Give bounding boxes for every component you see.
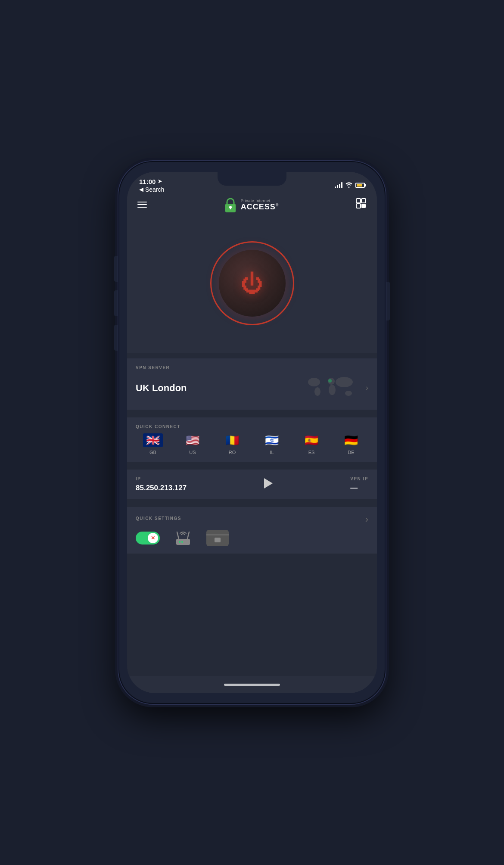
menu-button[interactable] <box>137 202 147 208</box>
phone-device: 11:00 ➤ ◀ Search <box>118 161 386 704</box>
flag-de-label: DE <box>348 450 354 455</box>
back-navigation[interactable]: ◀ Search <box>139 186 164 193</box>
power-button-inner: ⏻ <box>219 250 286 317</box>
power-symbol-icon: ⏻ <box>241 272 263 295</box>
flag-il-label: IL <box>270 450 274 455</box>
svg-rect-2 <box>230 207 231 209</box>
world-map-area: › <box>305 373 368 403</box>
quick-connect-label: QUICK CONNECT <box>136 424 368 429</box>
svg-rect-6 <box>361 204 366 208</box>
ip-label: IP <box>136 476 187 481</box>
svg-point-18 <box>179 541 180 543</box>
vpn-ip-label: VPN IP <box>350 476 368 481</box>
world-map-icon <box>305 373 361 403</box>
phone-notch <box>218 172 286 186</box>
flag-gb-icon <box>143 433 163 447</box>
ip-value: 85.250.213.127 <box>136 484 187 492</box>
flag-item-us[interactable]: US <box>175 433 210 455</box>
home-indicator[interactable] <box>127 676 377 693</box>
svg-rect-4 <box>361 199 366 203</box>
chevron-right-icon: › <box>366 383 368 392</box>
power-section: ⏻ <box>127 218 377 353</box>
x-icon: ✕ <box>151 535 155 541</box>
menu-line <box>137 202 147 202</box>
battery-icon <box>355 183 365 188</box>
power-button[interactable]: ⏻ <box>210 241 294 325</box>
vpn-ip-block: VPN IP — <box>350 476 368 492</box>
flag-es-icon <box>302 433 321 447</box>
svg-point-20 <box>184 541 186 543</box>
vpn-server-section[interactable]: VPN SERVER UK London <box>127 358 377 410</box>
svg-point-12 <box>345 391 352 396</box>
svg-point-7 <box>308 378 320 386</box>
logo-text: Private Internet ACCESS® <box>241 199 279 211</box>
ip-block: IP 85.250.213.127 <box>136 476 187 492</box>
divider <box>127 464 377 467</box>
menu-line <box>137 204 147 205</box>
vpn-server-row: UK London <box>136 373 368 403</box>
flag-ro-icon <box>222 433 242 447</box>
vpn-ip-value: — <box>350 484 368 492</box>
location-arrow-icon: ➤ <box>158 178 162 184</box>
flag-us-icon <box>183 433 202 447</box>
status-time: 11:00 ➤ <box>139 178 164 185</box>
svg-point-11 <box>336 377 353 387</box>
top-nav: Private Internet ACCESS® <box>127 193 377 218</box>
divider <box>127 502 377 504</box>
wifi-icon <box>345 182 353 189</box>
quick-settings-section: QUICK SETTINGS › ✕ <box>127 507 377 554</box>
svg-rect-3 <box>356 199 361 203</box>
flag-ro-label: RO <box>229 450 236 455</box>
flag-item-es[interactable]: ES <box>294 433 329 455</box>
flag-item-il[interactable]: IL <box>255 433 289 455</box>
svg-rect-5 <box>356 204 361 208</box>
divider <box>127 412 377 415</box>
flag-gb-label: GB <box>149 450 156 455</box>
svg-point-19 <box>181 541 183 543</box>
vpn-server-info: UK London <box>136 382 187 394</box>
status-icons <box>335 182 365 189</box>
toggle-indicator: ✕ <box>148 533 158 543</box>
vpn-server-label: VPN SERVER <box>136 365 368 370</box>
quick-connect-section: QUICK CONNECT GB US RO <box>127 417 377 462</box>
kill-switch-toggle[interactable]: ✕ <box>136 532 160 545</box>
settings-icons-row: ✕ <box>136 529 368 547</box>
menu-line <box>137 207 147 208</box>
bottom-spacer <box>127 556 377 676</box>
home-bar <box>224 684 280 686</box>
svg-point-10 <box>329 385 336 395</box>
flag-item-gb[interactable]: GB <box>136 433 170 455</box>
flag-us-label: US <box>189 450 196 455</box>
flag-de-icon <box>341 433 361 447</box>
smart-card-icon[interactable] <box>206 530 229 546</box>
flag-item-de[interactable]: DE <box>334 433 368 455</box>
quick-settings-label: QUICK SETTINGS <box>136 516 181 521</box>
vpn-server-name: UK London <box>136 383 187 394</box>
flag-item-ro[interactable]: RO <box>215 433 249 455</box>
svg-line-17 <box>187 532 189 539</box>
settings-icons-group: ✕ <box>136 529 229 547</box>
ip-section: IP 85.250.213.127 VPN IP — <box>127 470 377 499</box>
svg-point-13 <box>328 379 332 383</box>
signal-bars-icon <box>335 182 342 188</box>
logo-area: Private Internet ACCESS® <box>224 198 279 212</box>
back-arrow-icon: ◀ <box>139 186 143 193</box>
phone-screen: 11:00 ➤ ◀ Search <box>127 172 377 693</box>
divider <box>127 353 377 356</box>
router-icon[interactable] <box>173 529 193 547</box>
main-content: ⏻ VPN SERVER UK London <box>127 218 377 676</box>
flag-il-icon <box>262 433 282 447</box>
svg-point-8 <box>314 387 320 396</box>
split-tunnel-button[interactable] <box>355 198 367 212</box>
flag-es-label: ES <box>308 450 315 455</box>
pia-lock-icon <box>224 198 237 212</box>
settings-chevron-icon: › <box>365 514 368 525</box>
svg-line-16 <box>177 532 179 539</box>
play-button[interactable] <box>264 478 273 491</box>
svg-marker-14 <box>264 478 273 489</box>
flag-row: GB US RO IL <box>136 433 368 455</box>
